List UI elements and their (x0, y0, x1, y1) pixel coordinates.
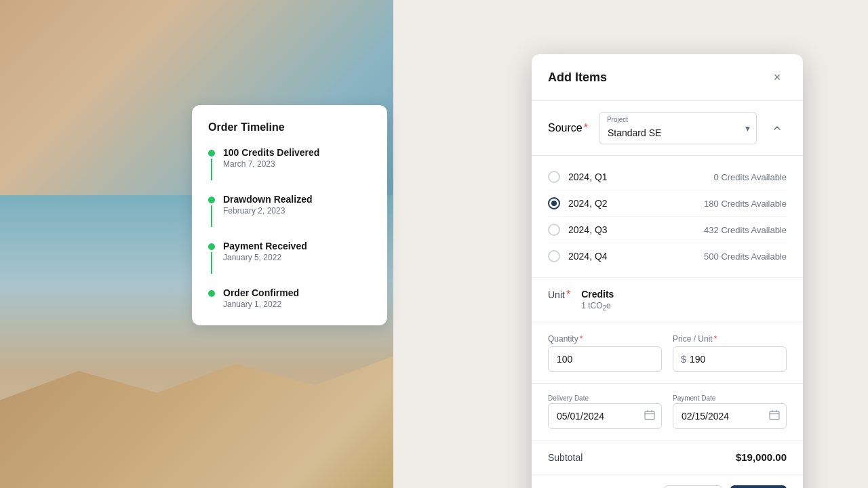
quarter-row-q3[interactable]: 2024, Q3 432 Credits Available (548, 216, 787, 243)
cancel-button[interactable]: Cancel (664, 485, 722, 488)
project-label: Project (607, 116, 628, 123)
source-section: Source* Project Standard SE ▾ (532, 101, 803, 156)
quantity-price-section: Quantity* Price / Unit* $ (532, 323, 803, 384)
timeline-item: Order Confirmed January 1, 2022 (208, 287, 371, 309)
modal-header: Add Items × (532, 54, 803, 101)
timeline-event-date: March 7, 2023 (223, 159, 319, 169)
required-indicator: * (584, 122, 588, 134)
quarter-left: 2024, Q2 (548, 197, 608, 209)
timeline-event-date: January 5, 2022 (223, 253, 307, 262)
timeline-item: Drawdown Realized February 2, 2023 (208, 194, 371, 227)
timeline-content: Drawdown Realized February 2, 2023 (223, 194, 312, 216)
close-button[interactable]: × (768, 68, 787, 87)
collapse-button[interactable] (768, 119, 787, 138)
subtotal-section: Subtotal $19,000.00 (532, 441, 803, 474)
quarter-row-q4[interactable]: 2024, Q4 500 Credits Available (548, 243, 787, 269)
radio-q3[interactable] (548, 224, 560, 236)
price-label: Price / Unit* (673, 334, 787, 344)
delivery-date-input[interactable] (548, 403, 662, 429)
quarter-label-q1: 2024, Q1 (568, 171, 608, 182)
timeline-dot-container (208, 287, 215, 297)
timeline-dot-container (208, 147, 215, 180)
quarter-left: 2024, Q4 (548, 250, 608, 262)
timeline-list: 100 Credits Delivered March 7, 2023 Draw… (208, 147, 371, 309)
unit-info: Credits 1 tCO2e (581, 289, 614, 312)
quantity-label: Quantity* (548, 334, 662, 344)
timeline-line (211, 252, 212, 274)
timeline-item: 100 Credits Delivered March 7, 2023 (208, 147, 371, 180)
delivery-date-field: Delivery Date (548, 394, 662, 429)
timeline-item: Payment Received January 5, 2022 (208, 241, 371, 274)
payment-date-field: Payment Date (673, 394, 787, 429)
timeline-content: 100 Credits Delivered March 7, 2023 (223, 147, 319, 169)
quantity-field: Quantity* (548, 334, 662, 372)
timeline-event-title: Drawdown Realized (223, 194, 312, 205)
quarter-left: 2024, Q3 (548, 224, 608, 236)
unit-label-wrapper: Unit* (548, 289, 570, 301)
timeline-event-title: Payment Received (223, 241, 307, 251)
quarter-label-q3: 2024, Q3 (568, 224, 608, 235)
quarters-section: 2024, Q1 0 Credits Available 2024, Q2 18… (532, 156, 803, 278)
unit-type: Credits (581, 289, 614, 300)
radio-q4[interactable] (548, 250, 560, 262)
quarter-label-q2: 2024, Q2 (568, 198, 608, 209)
timeline-dot-container (208, 241, 215, 274)
modal-title: Add Items (548, 70, 607, 85)
quarter-left: 2024, Q1 (548, 171, 608, 183)
project-select-wrapper: Project Standard SE ▾ (599, 112, 757, 144)
radio-q2[interactable] (548, 197, 560, 209)
credits-q1: 0 Credits Available (714, 172, 787, 182)
payment-date-input[interactable] (673, 403, 787, 429)
delivery-date-label: Delivery Date (548, 394, 662, 402)
credits-q3: 432 Credits Available (704, 225, 787, 235)
order-timeline-title: Order Timeline (208, 121, 371, 134)
timeline-dot (208, 243, 215, 250)
unit-section: Unit* Credits 1 tCO2e (532, 278, 803, 323)
timeline-dot (208, 290, 215, 297)
modal-footer: Cancel Add (532, 474, 803, 488)
source-row: Source* Project Standard SE ▾ (548, 112, 787, 144)
payment-date-label: Payment Date (673, 394, 787, 402)
timeline-line (211, 159, 212, 180)
price-prefix: $ (681, 354, 686, 365)
add-button[interactable]: Add (730, 485, 787, 488)
timeline-event-date: February 2, 2023 (223, 206, 312, 216)
timeline-content: Payment Received January 5, 2022 (223, 241, 307, 262)
add-items-modal: Add Items × Source* Project Standard SE … (532, 54, 803, 488)
radio-q1[interactable] (548, 171, 560, 183)
subtotal-value: $19,000.00 (736, 451, 787, 463)
quarter-row-q1[interactable]: 2024, Q1 0 Credits Available (548, 164, 787, 190)
timeline-event-date: January 1, 2022 (223, 300, 299, 309)
delivery-date-wrapper (548, 403, 662, 429)
dates-section: Delivery Date Payment Date (532, 384, 803, 441)
quarter-row-q2[interactable]: 2024, Q2 180 Credits Available (548, 190, 787, 216)
timeline-content: Order Confirmed January 1, 2022 (223, 287, 299, 309)
order-timeline-card: Order Timeline 100 Credits Delivered Mar… (192, 105, 387, 325)
subtotal-label: Subtotal (548, 452, 583, 463)
timeline-dot (208, 150, 215, 157)
timeline-event-title: Order Confirmed (223, 287, 299, 298)
quantity-input[interactable] (548, 346, 662, 372)
timeline-dot (208, 197, 215, 203)
payment-date-wrapper (673, 403, 787, 429)
timeline-event-title: 100 Credits Delivered (223, 147, 319, 158)
timeline-line (211, 205, 212, 227)
timeline-dot-container (208, 194, 215, 227)
credits-q4: 500 Credits Available (704, 251, 787, 262)
price-input-wrapper: $ (673, 346, 787, 372)
price-field: Price / Unit* $ (673, 334, 787, 372)
unit-description: 1 tCO2e (581, 301, 614, 312)
credits-q2: 180 Credits Available (704, 199, 787, 209)
required-indicator: * (566, 289, 570, 300)
quarter-label-q4: 2024, Q4 (568, 251, 608, 262)
unit-label: Unit (548, 288, 565, 300)
price-input[interactable] (673, 346, 787, 372)
source-label: Source* (548, 122, 588, 134)
